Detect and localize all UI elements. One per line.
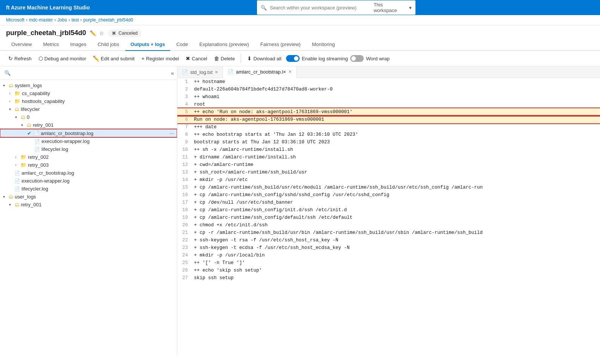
- breadcrumb-mdc-master[interactable]: mdc-master: [29, 17, 53, 23]
- plus-icon: +: [142, 55, 145, 61]
- expand-arrow: ▾: [9, 203, 13, 207]
- tree-item-user-logs[interactable]: ▾ 🗂 user_logs: [0, 193, 177, 201]
- favorite-star-icon[interactable]: ☆: [99, 30, 104, 36]
- code-line: 27skip ssh setup: [177, 274, 600, 282]
- tree-item-label: retry_001: [33, 122, 54, 128]
- code-line: 2default-226a604b784f1bdefc4d127d78470ad…: [177, 86, 600, 93]
- breadcrumb-jobs[interactable]: Jobs: [57, 17, 67, 23]
- tree-item-lifecycler-log[interactable]: 📄 lifecycler.log: [0, 145, 177, 153]
- tab-bar: Overview Metrics Images Child jobs Outpu…: [0, 38, 600, 51]
- file-icon: 📄: [34, 131, 39, 136]
- expand-arrow: ›: [9, 91, 13, 95]
- tree-item-lifecycler[interactable]: ▾ 🗂 lifecycler: [0, 105, 177, 113]
- code-line: 22+ ssh-keygen -t rsa -f /usr/etc/ssh_ho…: [177, 237, 600, 244]
- tree-item-retry003[interactable]: › 📁 retry_003: [0, 161, 177, 169]
- debug-monitor-button[interactable]: ⬡ Debug and monitor: [36, 54, 89, 63]
- close-tab-icon[interactable]: ✕: [215, 70, 218, 75]
- file-tree-search[interactable]: 🔍: [3, 69, 12, 77]
- tree-item-execution-wrapper[interactable]: 📄 execution-wrapper.log: [0, 137, 177, 145]
- tree-item-label: system_logs: [15, 83, 42, 88]
- file-tree-panel: 🔍 « ▾ 🗂 system_logs › 📁 cs_capability › …: [0, 66, 177, 356]
- tree-item-cs-capability[interactable]: › 📁 cs_capability: [0, 89, 177, 97]
- tree-item-user-retry001[interactable]: ▾ 🗂 retry_001: [0, 201, 177, 209]
- toolbar-separator: [241, 54, 241, 63]
- breadcrumb-test[interactable]: test: [71, 17, 78, 23]
- toolbar: ↻ Refresh ⬡ Debug and monitor ✏️ Edit an…: [0, 51, 600, 66]
- app-title: ft Azure Machine Learning Studio: [6, 5, 90, 11]
- tree-item-hosttools-capability[interactable]: › 📁 hosttools_capability: [0, 97, 177, 105]
- tab-metrics[interactable]: Metrics: [38, 38, 64, 51]
- cancel-button[interactable]: ✖ Cancel: [183, 54, 209, 63]
- edit-pencil-icon[interactable]: ✏️: [90, 30, 96, 36]
- code-line: 19+ cp /amlarc-runtime/ssh_config/defaul…: [177, 214, 600, 221]
- folder-icon: 🗂: [8, 194, 13, 200]
- expand-arrow: ›: [9, 99, 13, 103]
- edit-submit-button[interactable]: ✏️ Edit and submit: [91, 54, 137, 63]
- download-all-button[interactable]: ⬇ Download all: [245, 54, 283, 63]
- log-streaming-toggle[interactable]: [286, 55, 300, 62]
- search-bar[interactable]: 🔍 This workspace ▾: [257, 0, 415, 15]
- tree-item-label: amlarc_cr_bootstrap.log: [41, 131, 93, 136]
- download-label: Download all: [253, 56, 281, 61]
- code-tab-label: amlarc_cr_bootstrap.l×: [236, 69, 286, 75]
- tree-item-label: user_logs: [15, 194, 36, 200]
- code-line: 18+ cp /amlarc-runtime/ssh_config/init.d…: [177, 206, 600, 214]
- delete-button[interactable]: 🗑 Delete: [212, 54, 237, 63]
- tab-fairness[interactable]: Fairness (preview): [255, 38, 306, 51]
- expand-arrow: ▾: [21, 123, 25, 127]
- breadcrumb-current[interactable]: purple_cheetah_jrbl54d0: [83, 17, 133, 23]
- register-model-button[interactable]: + Register model: [139, 54, 182, 63]
- code-line: 4root: [177, 101, 600, 108]
- word-wrap-toggle[interactable]: [350, 55, 364, 62]
- tab-images[interactable]: Images: [65, 38, 92, 51]
- tree-item-system-logs[interactable]: ▾ 🗂 system_logs: [0, 81, 177, 89]
- code-tab-amlarc-bootstrap[interactable]: 📄 amlarc_cr_bootstrap.l× ✕: [223, 66, 297, 78]
- code-line: 25++ '[' -n True ']': [177, 259, 600, 267]
- tree-item-label: execution-wrapper.log: [42, 138, 89, 144]
- file-tree-header: 🔍 «: [0, 66, 177, 80]
- tree-item-amlarc-bootstrap-2[interactable]: 📄 amlarc_cr_bootstrap.log: [0, 169, 177, 177]
- code-line: 15+ cp /amlarc-runtime/ssh_build/usr/etc…: [177, 184, 600, 191]
- tree-item-zero[interactable]: ▾ 🗂 0: [0, 113, 177, 121]
- code-tab-std-log[interactable]: 📄 std_log.txt ✕: [177, 67, 223, 78]
- tab-monitoring[interactable]: Monitoring: [307, 38, 340, 51]
- code-line: 7+++ date: [177, 123, 600, 131]
- close-tab-icon[interactable]: ✕: [288, 69, 292, 74]
- status-label: Canceled: [118, 31, 138, 36]
- header-icons: ✏️ ☆: [90, 30, 104, 36]
- folder-icon: 📁: [14, 98, 20, 104]
- breadcrumb-microsoft[interactable]: Microsoft: [6, 17, 25, 23]
- tab-outputs-logs[interactable]: Outputs + logs: [125, 38, 170, 51]
- tab-child-jobs[interactable]: Child jobs: [92, 38, 125, 51]
- code-line: 26++ echo 'skip ssh setup': [177, 267, 600, 274]
- code-line: 13+ ssh_root=/amlarc-runtime/ssh_build/u…: [177, 169, 600, 176]
- search-icon: 🔍: [261, 5, 267, 11]
- folder-icon: 📁: [20, 162, 26, 168]
- tree-item-execution-wrapper-2[interactable]: 📄 execution-wrapper.log: [0, 177, 177, 185]
- tab-code[interactable]: Code: [171, 38, 193, 51]
- code-line: 10++ sh -x /amlarc-runtime/install.sh: [177, 146, 600, 154]
- tab-overview[interactable]: Overview: [6, 38, 37, 51]
- expand-arrow: ▾: [15, 115, 19, 119]
- code-line: 20+ chmod +x /etc/init.d/ssh: [177, 221, 600, 229]
- check-icon: ✔: [27, 131, 31, 136]
- edit-icon: ✏️: [93, 55, 99, 61]
- delete-label: Delete: [221, 56, 235, 61]
- code-line: 12+ cwd=/amlarc-runtime: [177, 161, 600, 169]
- tree-item-amlarc-bootstrap-selected[interactable]: ✔ 📄 amlarc_cr_bootstrap.log ···: [0, 129, 177, 137]
- tree-item-lifecycler-log-2[interactable]: 📄 lifecycler.log: [0, 185, 177, 193]
- collapse-tree-button[interactable]: «: [171, 70, 174, 76]
- tab-explanations[interactable]: Explanations (preview): [194, 38, 254, 51]
- tree-item-retry001[interactable]: ▾ 🗂 retry_001: [0, 121, 177, 129]
- tree-item-retry002[interactable]: › 📁 retry_002: [0, 153, 177, 161]
- refresh-button[interactable]: ↻ Refresh: [6, 54, 34, 63]
- file-tree-body: ▾ 🗂 system_logs › 📁 cs_capability › 📁 ho…: [0, 80, 177, 356]
- delete-icon: 🗑: [214, 55, 219, 61]
- more-options-button[interactable]: ···: [169, 130, 174, 136]
- code-line: 8++ echo bootstrap starts at 'Thu Jan 12…: [177, 131, 600, 138]
- edit-label: Edit and submit: [101, 56, 135, 61]
- search-input[interactable]: [270, 5, 371, 11]
- workspace-selector-label: This workspace: [374, 2, 406, 13]
- folder-icon: 🗂: [20, 114, 25, 120]
- code-line: 24+ mkdir -p /usr/local/bin: [177, 252, 600, 259]
